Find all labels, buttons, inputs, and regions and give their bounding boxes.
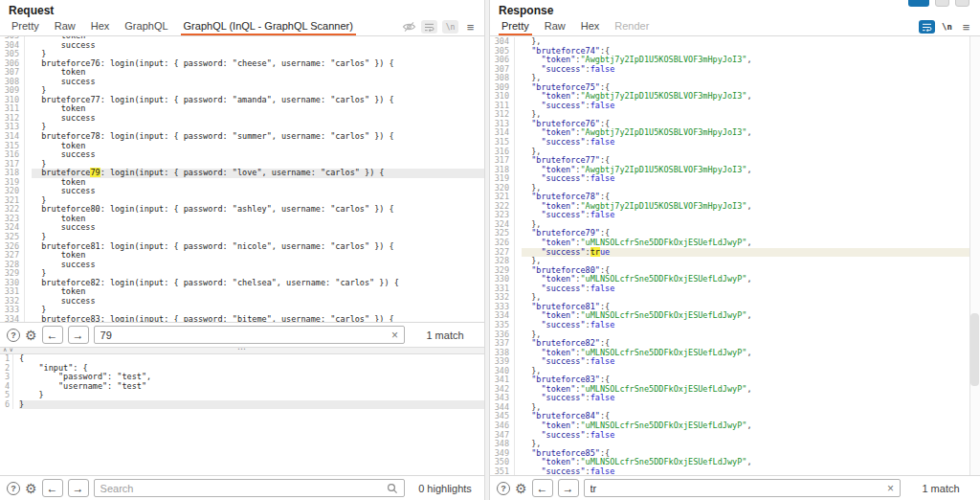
code-line: 5 } [0, 391, 484, 400]
magnifier-icon [387, 483, 398, 494]
gear-icon[interactable]: ⚙ [25, 329, 37, 342]
code-text: token [32, 142, 484, 151]
code-text: "success":false [522, 284, 980, 294]
code-line: 343 "success":false [490, 394, 980, 403]
code-line: 327 "success":true [490, 248, 980, 258]
code-text: bruteforce79: login(input: { password: "… [32, 169, 484, 178]
help-icon[interactable]: ? [497, 482, 510, 495]
code-text: token [32, 215, 484, 224]
code-text: "success":false [522, 174, 980, 184]
code-text: } [19, 391, 484, 400]
collapse-chevrons-icon[interactable]: ∧∨ [3, 346, 15, 352]
top-tab-icon[interactable] [955, 0, 969, 7]
code-text: } [19, 400, 484, 410]
code-line: 339 "success":false [490, 357, 980, 367]
code-line: 323 "success":false [490, 211, 980, 220]
code-line: 6} [0, 400, 484, 410]
previous-match-button[interactable]: ← [532, 479, 553, 497]
code-text: success [32, 41, 484, 51]
code-text: bruteforce83: login(input: { password: "… [32, 315, 484, 322]
gear-icon[interactable]: ⚙ [515, 482, 527, 495]
code-text: success [32, 114, 484, 124]
request-tab-bar: Pretty Raw Hex GraphQL GraphQL (InQL - G… [0, 17, 484, 36]
request-editor-toolbar: \n ≡ [402, 20, 484, 35]
code-text: "success":true [522, 248, 980, 258]
next-match-button[interactable]: → [558, 479, 579, 497]
code-line: 308 success [0, 78, 484, 87]
code-line: 315 "success":false [490, 138, 980, 148]
request-search-input[interactable] [100, 330, 388, 341]
previous-match-button[interactable]: ← [42, 326, 63, 344]
code-text: bruteforce78: login(input: { password: "… [32, 132, 484, 142]
hide-eye-icon[interactable] [402, 20, 416, 34]
response-search-field-wrap: × [584, 479, 901, 497]
variables-search-input[interactable] [100, 483, 387, 494]
top-tab-icon[interactable] [935, 0, 949, 7]
previous-match-button[interactable]: ← [42, 479, 63, 497]
code-text: "success":false [522, 138, 980, 148]
code-text: bruteforce81: login(input: { password: "… [32, 242, 484, 252]
clear-search-icon[interactable]: × [388, 330, 398, 341]
tab-pretty[interactable]: Pretty [494, 17, 537, 35]
tab-hex[interactable]: Hex [573, 17, 608, 35]
code-line: 4 "username": "test" [0, 382, 484, 392]
tab-raw[interactable]: Raw [47, 17, 83, 35]
code-text: "success":false [522, 321, 980, 330]
code-text: bruteforce76: login(input: { password: "… [32, 59, 484, 69]
code-line: 319 "success":false [490, 174, 980, 184]
clear-search-icon[interactable]: × [883, 483, 894, 494]
request-panel: Request Pretty Raw Hex GraphQL GraphQL (… [0, 0, 484, 500]
tab-hex[interactable]: Hex [83, 17, 118, 35]
active-top-tab-icon[interactable] [908, 0, 929, 7]
scrollbar-track[interactable] [969, 36, 980, 475]
word-wrap-icon[interactable] [421, 20, 437, 34]
request-code-lines: 303 token304 success305 }306 bruteforce7… [0, 36, 484, 322]
code-text: "success":false [522, 102, 980, 111]
variables-search-field-wrap [94, 479, 405, 497]
help-icon[interactable]: ? [7, 329, 20, 342]
editor-menu-icon[interactable]: ≡ [959, 20, 973, 34]
request-query-editor[interactable]: 303 token304 success305 }306 bruteforce7… [0, 36, 484, 322]
newline-toggle-icon[interactable]: \n [940, 20, 954, 34]
code-text: "success":false [522, 211, 980, 220]
code-text: "success":false [522, 357, 980, 367]
response-search-input[interactable] [590, 483, 883, 494]
tab-raw[interactable]: Raw [537, 17, 573, 35]
search-match: 79 [90, 168, 100, 177]
code-line: 331 "success":false [490, 284, 980, 294]
next-match-button[interactable]: → [68, 326, 89, 344]
response-editor[interactable]: 304 },305 "bruteforce74":{306 "token":"A… [490, 36, 980, 475]
line-number: 6 [0, 400, 13, 410]
scrollbar-thumb[interactable] [970, 313, 979, 386]
request-variables-editor[interactable]: 1{2 "input": {3 "password": "test",4 "us… [0, 354, 484, 475]
code-text: "success":false [522, 394, 980, 403]
response-match-count: 1 match [905, 483, 976, 494]
editor-menu-icon[interactable]: ≡ [463, 20, 478, 34]
code-line: 347 "success":false [490, 431, 980, 441]
window-top-tabs [908, 0, 969, 7]
code-line: 351 "success":false [490, 467, 980, 475]
line-number: 334 [0, 315, 25, 322]
code-text: "username": "test" [19, 382, 484, 392]
newline-toggle-icon[interactable]: \n [442, 20, 458, 34]
search-match: tr [590, 247, 600, 257]
code-line: 328 success [0, 261, 484, 270]
help-icon[interactable]: ? [7, 482, 20, 495]
code-text: success [32, 78, 484, 87]
tab-graphql[interactable]: GraphQL [117, 17, 175, 35]
next-match-button[interactable]: → [68, 479, 89, 497]
response-code-lines: 304 },305 "bruteforce74":{306 "token":"A… [490, 36, 980, 475]
tab-render[interactable]: Render [607, 17, 657, 35]
code-text: "success":false [522, 65, 980, 75]
variables-splitter[interactable]: ∧∨ ⋯ [0, 347, 484, 354]
code-line: 320 success [0, 187, 484, 196]
code-text: { [19, 354, 484, 364]
variables-search-bar: ? ⚙ ← → 0 highlights [0, 475, 484, 500]
response-panel: Response Pretty Raw Hex Render \n ≡ 304 … [490, 0, 980, 500]
gear-icon[interactable]: ⚙ [25, 482, 37, 495]
splitter-handle-icon[interactable]: ⋯ [237, 344, 247, 353]
tab-graphql-inql-scanner[interactable]: GraphQL (InQL - GraphQL Scanner) [176, 17, 361, 35]
response-editor-toolbar: \n ≡ [919, 20, 980, 35]
word-wrap-active-icon[interactable] [919, 20, 935, 34]
tab-pretty[interactable]: Pretty [4, 17, 47, 35]
